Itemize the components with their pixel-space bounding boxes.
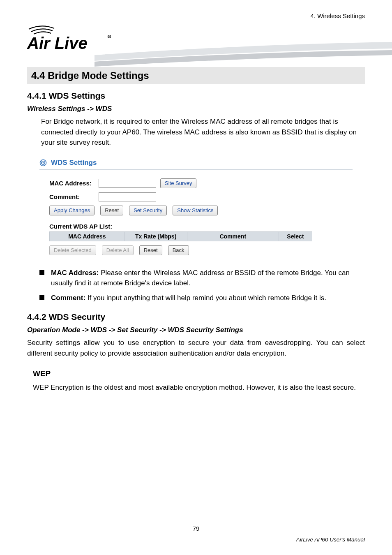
bullet-square-icon <box>39 295 44 300</box>
svg-text:Air Live: Air Live <box>27 34 88 52</box>
panel-divider <box>39 169 353 170</box>
bullet-mac-label: MAC Address: <box>51 269 99 277</box>
comment-input[interactable] <box>99 192 156 201</box>
chapter-label: 4. Wireless Settings <box>310 12 365 19</box>
logo: Air Live R <box>27 23 365 56</box>
bullet-comment-text: If you input anything that will help rem… <box>85 294 326 302</box>
section-heading-bar: 4.4 Bridge Mode Settings <box>27 67 365 84</box>
delete-all-button: Delete All <box>102 245 134 255</box>
section-heading: 4.4 Bridge Mode Settings <box>31 70 361 81</box>
back-button[interactable]: Back <box>168 245 189 255</box>
list-item: MAC Address: Please enter the Wireless M… <box>39 268 365 289</box>
wep-heading: WEP <box>33 369 365 378</box>
target-icon <box>39 159 47 166</box>
col-comment: Comment <box>187 231 279 241</box>
list-item: Comment: If you input anything that will… <box>39 293 365 303</box>
mac-address-label: MAC Address: <box>49 180 95 187</box>
delete-selected-button: Delete Selected <box>49 245 96 255</box>
col-select: Select <box>279 231 312 241</box>
subsection-heading-wds-security: 4.4.2 WDS Security <box>27 312 365 322</box>
mac-address-input[interactable] <box>99 179 156 188</box>
reset-list-button[interactable]: Reset <box>139 245 162 255</box>
wds-settings-panel: WDS Settings MAC Address: Site Survey Co… <box>39 159 353 255</box>
breadcrumb-wds: Wireless Settings -> WDS <box>27 105 365 113</box>
page-number: 79 <box>0 525 392 532</box>
col-tx-rate: Tx Rate (Mbps) <box>125 231 187 241</box>
site-survey-button[interactable]: Site Survey <box>160 178 196 188</box>
apply-changes-button[interactable]: Apply Changes <box>49 206 95 215</box>
manual-title-footer: AirLive AP60 User's Manual <box>296 536 365 543</box>
wep-paragraph: WEP Encryption is the oldest and most av… <box>33 382 363 393</box>
comment-label: Comment: <box>49 193 95 200</box>
col-mac: MAC Address <box>50 231 125 241</box>
intro-paragraph: For Bridge network, it is required to en… <box>27 116 365 148</box>
reset-button[interactable]: Reset <box>100 206 123 215</box>
breadcrumb-security: Operation Mode -> WDS -> Set Security ->… <box>27 326 365 334</box>
svg-point-5 <box>43 162 44 163</box>
subsection-heading-wds-settings: 4.4.1 WDS Settings <box>27 91 365 101</box>
airlive-logo-icon: Air Live R <box>27 23 113 55</box>
current-wds-list-title: Current WDS AP List: <box>49 223 353 230</box>
show-statistics-button[interactable]: Show Statistics <box>173 206 218 215</box>
bullet-comment-label: Comment: <box>51 294 85 302</box>
set-security-button[interactable]: Set Security <box>129 206 167 215</box>
wds-ap-table: MAC Address Tx Rate (Mbps) Comment Selec… <box>49 231 312 241</box>
security-paragraph: Security settings allow you to use encry… <box>27 338 365 358</box>
panel-title: WDS Settings <box>51 159 97 167</box>
svg-text:R: R <box>108 36 110 38</box>
bullet-square-icon <box>39 270 44 275</box>
